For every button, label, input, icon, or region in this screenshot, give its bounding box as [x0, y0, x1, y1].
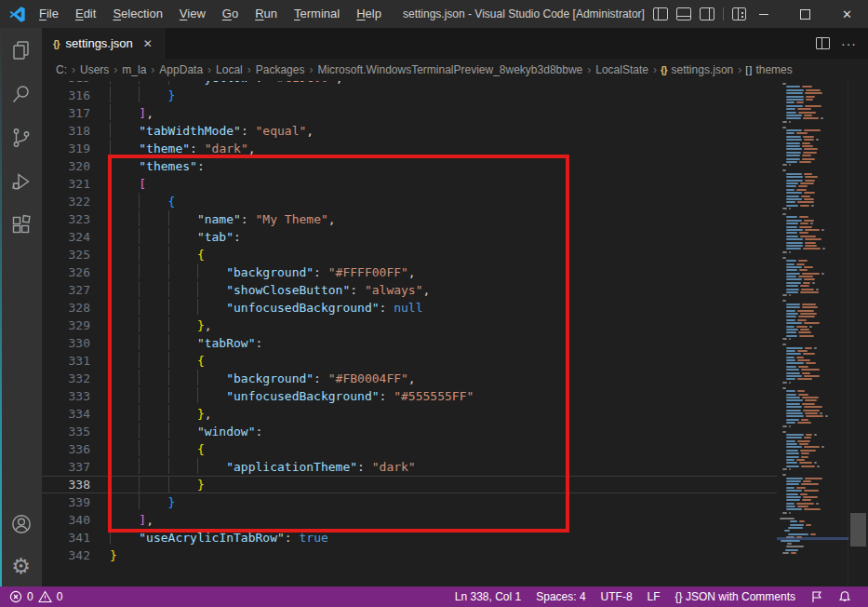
- breadcrumb-item-0[interactable]: C:: [55, 63, 68, 76]
- breadcrumb-item-5[interactable]: Packages: [255, 63, 306, 76]
- menu-go[interactable]: Go: [214, 0, 247, 28]
- titlebar-separator: [723, 7, 724, 20]
- code-line-322[interactable]: 322{: [42, 193, 777, 210]
- run-debug-icon[interactable]: [0, 159, 42, 203]
- line-number: 316: [42, 87, 110, 104]
- code-line-331[interactable]: 331{: [42, 352, 777, 370]
- code-line-317[interactable]: 317],: [42, 104, 777, 122]
- breadcrumb-file[interactable]: settings.json: [671, 63, 735, 76]
- code-line-319[interactable]: 319"theme": "dark",: [42, 140, 777, 157]
- line-number: 340: [42, 511, 110, 529]
- minimize-button[interactable]: [742, 0, 784, 28]
- line-number: 322: [42, 193, 110, 210]
- notifications-bell-icon[interactable]: [831, 590, 859, 603]
- menu-selection[interactable]: Selection: [104, 0, 170, 28]
- eol-setting[interactable]: LF: [640, 590, 668, 603]
- breadcrumb-item-3[interactable]: AppData: [158, 63, 204, 76]
- settings-gear-icon[interactable]: ⚙: [0, 546, 42, 587]
- line-number: 323: [42, 210, 110, 228]
- code-line-342[interactable]: 342}: [42, 546, 777, 564]
- warnings-icon[interactable]: [38, 590, 52, 603]
- breadcrumb-item-6[interactable]: Microsoft.WindowsTerminalPreview_8wekyb3…: [316, 63, 583, 76]
- errors-icon[interactable]: [9, 590, 22, 603]
- code-line-323[interactable]: 323"name": "My Theme",: [42, 210, 777, 228]
- code-line-340[interactable]: 340],: [42, 511, 777, 529]
- minimap-code-block: [777, 83, 848, 123]
- line-number: 318: [42, 122, 110, 140]
- code-line-334[interactable]: 334},: [42, 405, 777, 423]
- code-area[interactable]: 315"yellow": "#C19C00",316}317],318"tabW…: [42, 81, 777, 587]
- code-line-318[interactable]: 318"tabWidthMode": "equal",: [42, 122, 777, 140]
- code-line-336[interactable]: 336{: [42, 440, 777, 458]
- line-number: 320: [42, 157, 110, 175]
- code-line-324[interactable]: 324"tab":: [42, 228, 777, 246]
- encoding-setting[interactable]: UTF-8: [594, 590, 640, 603]
- breadcrumb-item-7[interactable]: LocalState: [594, 63, 649, 76]
- toggle-sidebar-icon[interactable]: [653, 7, 668, 20]
- maximize-button[interactable]: [784, 0, 826, 28]
- line-number: 341: [42, 529, 110, 546]
- breadcrumb-symbol[interactable]: themes: [754, 63, 793, 76]
- toggle-panel-icon[interactable]: [676, 7, 691, 20]
- extensions-icon[interactable]: [0, 203, 42, 247]
- tab-label: settings.json: [66, 36, 133, 50]
- line-number: 337: [42, 458, 110, 476]
- line-number: 333: [42, 387, 110, 405]
- more-actions-icon[interactable]: ···: [841, 36, 857, 51]
- menu-run[interactable]: Run: [247, 0, 286, 28]
- code-line-341[interactable]: 341"useAcrylicInTabRow": true: [42, 529, 777, 546]
- breadcrumb-chevron-icon: ›: [114, 63, 117, 76]
- tab-settings-json[interactable]: {} settings.json ✕: [42, 28, 165, 59]
- line-number: 324: [42, 228, 110, 246]
- breadcrumb-item-1[interactable]: Users: [79, 63, 110, 76]
- warnings-count[interactable]: 0: [57, 590, 63, 603]
- indentation-setting[interactable]: Spaces: 4: [528, 590, 593, 603]
- code-line-337[interactable]: 337"applicationTheme": "dark": [42, 458, 777, 476]
- toggle-secondary-sidebar-icon[interactable]: [700, 7, 714, 20]
- errors-count[interactable]: 0: [27, 590, 33, 603]
- explorer-icon[interactable]: [0, 28, 42, 72]
- accounts-icon[interactable]: [0, 502, 42, 546]
- code-line-326[interactable]: 326"background": "#FFFF00FF",: [42, 263, 777, 281]
- code-line-325[interactable]: 325{: [42, 246, 777, 263]
- code-line-338[interactable]: 338}: [42, 476, 777, 493]
- tab-close-icon[interactable]: ✕: [143, 37, 153, 50]
- menu-terminal[interactable]: Terminal: [286, 0, 348, 28]
- code-line-329[interactable]: 329},: [42, 317, 777, 334]
- status-bar: 0 0 Ln 338, Col 1 Spaces: 4 UTF-8 LF {} …: [0, 587, 868, 607]
- search-icon[interactable]: [0, 72, 42, 115]
- cursor-position[interactable]: Ln 338, Col 1: [447, 590, 528, 603]
- code-line-321[interactable]: 321[: [42, 175, 777, 193]
- breadcrumb-chevron-icon: ›: [247, 63, 251, 76]
- menu-edit[interactable]: Edit: [67, 0, 104, 28]
- code-line-335[interactable]: 335"window":: [42, 423, 777, 440]
- language-mode[interactable]: {} JSON with Comments: [668, 590, 803, 603]
- vertical-scrollbar[interactable]: [848, 81, 868, 587]
- code-line-330[interactable]: 330"tabRow":: [42, 334, 777, 352]
- code-line-320[interactable]: 320"themes":: [42, 157, 777, 175]
- minimap[interactable]: [777, 81, 848, 587]
- editor-pane[interactable]: 315"yellow": "#C19C00",316}317],318"tabW…: [42, 81, 868, 587]
- code-line-339[interactable]: 339}: [42, 493, 777, 511]
- breadcrumb-item-2[interactable]: m_la: [121, 63, 147, 76]
- code-line-327[interactable]: 327"showCloseButton": "always",: [42, 281, 777, 299]
- scrollbar-thumb[interactable]: [850, 513, 866, 546]
- line-number: 327: [42, 281, 110, 299]
- json-braces-icon: {}: [675, 590, 683, 603]
- json-file-icon: {}: [53, 38, 60, 49]
- breadcrumb-chevron-icon: ›: [587, 63, 591, 76]
- minimap-code-block: [777, 169, 848, 209]
- feedback-flag-icon[interactable]: [803, 590, 831, 603]
- breadcrumb-item-4[interactable]: Local: [215, 63, 244, 76]
- code-line-328[interactable]: 328"unfocusedBackground": null: [42, 299, 777, 317]
- code-line-316[interactable]: 316}: [42, 87, 777, 104]
- menu-file[interactable]: File: [31, 0, 67, 28]
- menu-view[interactable]: View: [171, 0, 214, 28]
- split-editor-icon[interactable]: [816, 37, 830, 49]
- window-controls: ✕: [742, 0, 868, 28]
- source-control-icon[interactable]: [0, 115, 42, 159]
- menu-help[interactable]: Help: [348, 0, 390, 28]
- code-line-333[interactable]: 333"unfocusedBackground": "#555555FF": [42, 387, 777, 405]
- close-window-button[interactable]: ✕: [826, 0, 868, 28]
- code-line-332[interactable]: 332"background": "#FB0004FF",: [42, 370, 777, 387]
